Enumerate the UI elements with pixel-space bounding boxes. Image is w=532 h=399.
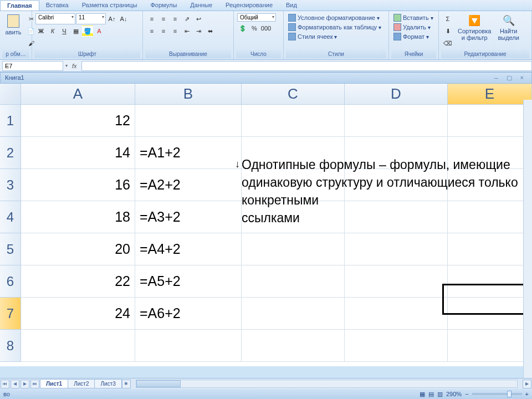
sheet-tab-2[interactable]: Лист2 <box>68 379 95 388</box>
view-layout-icon[interactable]: ▤ <box>428 391 434 398</box>
sheet-nav-prev[interactable]: ◀ <box>11 380 19 388</box>
zoom-in-button[interactable]: + <box>525 391 529 397</box>
font-size-select[interactable]: 11 <box>76 13 106 24</box>
conditional-formatting-button[interactable]: Условное форматирование ▾ <box>287 13 381 22</box>
cell[interactable]: =A1+2 <box>135 137 242 169</box>
col-header-d[interactable]: D <box>345 84 448 105</box>
cell[interactable] <box>345 105 448 137</box>
vertical-scrollbar[interactable] <box>523 100 532 378</box>
sheet-nav-first[interactable]: ⏮ <box>1 380 9 388</box>
cell[interactable]: 20 <box>21 233 135 265</box>
cell[interactable] <box>448 330 532 362</box>
bold-button[interactable]: Ж <box>35 25 47 37</box>
row-header[interactable]: 8 <box>0 330 21 362</box>
orientation-button[interactable]: ⇗ <box>181 13 192 24</box>
fx-icon[interactable]: fx <box>72 63 77 69</box>
cell[interactable] <box>345 265 448 298</box>
cell[interactable]: =A5+2 <box>135 265 242 298</box>
cell[interactable] <box>135 105 242 137</box>
cell[interactable] <box>345 330 448 362</box>
spreadsheet-grid[interactable]: A B C D E 112214=A1+2316=A2+2418=A3+2520… <box>0 84 532 366</box>
zoom-level[interactable]: 290% <box>446 391 462 397</box>
merge-button[interactable]: ⬌ <box>204 25 216 37</box>
wrap-text-button[interactable]: ↩ <box>193 13 204 24</box>
col-header-a[interactable]: A <box>21 84 135 105</box>
shrink-font-button[interactable]: A↓ <box>118 13 129 24</box>
paste-button[interactable]: авить <box>3 13 23 37</box>
cell[interactable] <box>345 298 448 330</box>
zoom-out-button[interactable]: − <box>465 391 468 397</box>
font-name-select[interactable]: Calibri <box>35 13 75 24</box>
fill-color-button[interactable]: 🪣 <box>82 25 93 37</box>
new-sheet-button[interactable]: ✱ <box>122 380 131 388</box>
window-controls[interactable]: – ▢ × <box>494 74 527 81</box>
zoom-slider[interactable] <box>472 393 522 395</box>
currency-button[interactable]: 💲 <box>237 23 248 34</box>
cell[interactable] <box>242 105 345 137</box>
sheet-tab-3[interactable]: Лист3 <box>94 379 121 388</box>
align-top-button[interactable]: ≡ <box>146 13 157 24</box>
view-break-icon[interactable]: ▥ <box>437 391 443 398</box>
cell[interactable] <box>21 330 135 362</box>
delete-cells-button[interactable]: Удалить ▾ <box>392 23 432 32</box>
align-bottom-button[interactable]: ≡ <box>170 13 181 24</box>
hscroll-right[interactable]: ▶ <box>523 380 531 388</box>
cell[interactable]: =A4+2 <box>135 233 242 265</box>
view-normal-icon[interactable]: ▦ <box>420 391 425 398</box>
clear-button[interactable]: ⌫ <box>442 38 453 49</box>
cell[interactable] <box>345 233 448 265</box>
font-color-button[interactable]: A <box>94 25 105 37</box>
cell[interactable]: 16 <box>21 169 135 201</box>
find-select-button[interactable]: 🔍 Найти выдели <box>495 13 521 42</box>
cell[interactable]: 22 <box>21 265 135 298</box>
name-box[interactable]: E7 <box>2 61 63 71</box>
sort-filter-button[interactable]: 🔽 Сортировка и фильтр <box>456 13 493 42</box>
align-right-button[interactable]: ≡ <box>170 25 181 37</box>
col-header-c[interactable]: C <box>242 84 345 105</box>
row-header[interactable]: 3 <box>0 169 21 201</box>
grow-font-button[interactable]: A↑ <box>106 13 117 24</box>
tab-view[interactable]: Вид <box>279 0 304 11</box>
autosum-button[interactable]: Σ <box>442 13 453 24</box>
row-header[interactable]: 1 <box>0 105 21 137</box>
cell[interactable] <box>448 233 532 265</box>
sheet-tab-1[interactable]: Лист1 <box>40 379 68 388</box>
cell[interactable]: 24 <box>21 298 135 330</box>
cell[interactable]: 12 <box>21 105 135 137</box>
row-header[interactable]: 4 <box>0 201 21 233</box>
align-center-button[interactable]: ≡ <box>158 25 169 37</box>
zoom-thumb[interactable] <box>507 391 511 397</box>
tab-formulas[interactable]: Формулы <box>144 0 183 11</box>
cell[interactable]: =A3+2 <box>135 201 242 233</box>
tab-review[interactable]: Рецензирование <box>219 0 279 11</box>
comma-button[interactable]: 000 <box>260 23 272 34</box>
format-cells-button[interactable]: Формат ▾ <box>392 32 430 41</box>
cell[interactable] <box>242 330 345 362</box>
row-header[interactable]: 6 <box>0 265 21 298</box>
tab-data[interactable]: Данные <box>183 0 219 11</box>
number-format-select[interactable]: Общий <box>237 13 276 22</box>
format-as-table-button[interactable]: Форматировать как таблицу ▾ <box>287 23 382 32</box>
fill-button[interactable]: ⬇ <box>442 25 453 37</box>
border-button[interactable]: ▦ <box>70 25 81 37</box>
col-header-b[interactable]: B <box>135 84 242 105</box>
tab-layout[interactable]: Разметка страницы <box>75 0 144 11</box>
cell[interactable] <box>242 233 345 265</box>
cell[interactable]: 18 <box>21 201 135 233</box>
cell[interactable]: =A2+2 <box>135 169 242 201</box>
row-header[interactable]: 2 <box>0 137 21 169</box>
row-header[interactable]: 5 <box>0 233 21 265</box>
cell[interactable] <box>242 298 345 330</box>
cell[interactable]: 14 <box>21 137 135 169</box>
tab-home[interactable]: Главная <box>0 0 39 11</box>
sheet-nav-next[interactable]: ▶ <box>21 380 29 388</box>
cell[interactable]: =A6+2 <box>135 298 242 330</box>
tab-insert[interactable]: Вставка <box>39 0 75 11</box>
decrease-indent-button[interactable]: ⇤ <box>181 25 192 37</box>
insert-cells-button[interactable]: Вставить ▾ <box>392 13 434 22</box>
underline-button[interactable]: Ч <box>59 25 70 37</box>
select-all-corner[interactable] <box>0 84 21 105</box>
cell[interactable] <box>242 265 345 298</box>
cell[interactable] <box>448 105 532 137</box>
sheet-nav-last[interactable]: ⏭ <box>30 380 39 388</box>
